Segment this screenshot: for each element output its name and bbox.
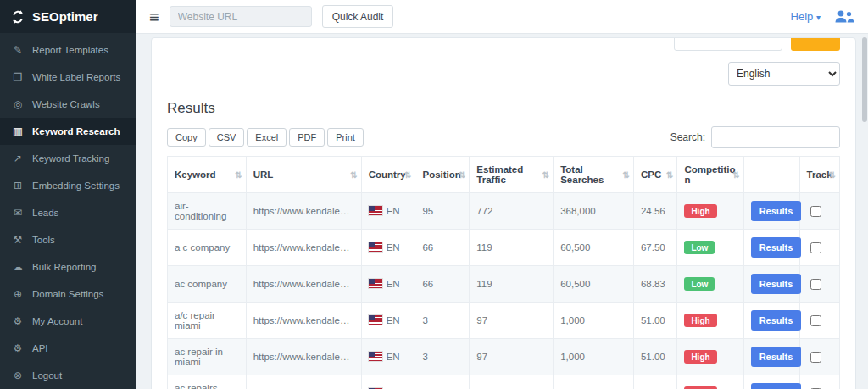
sort-icon[interactable]: ⇅	[235, 170, 242, 180]
total-searches-cell: 1,000	[554, 339, 634, 375]
export-buttons: CopyCSVExcelPDFPrint	[167, 128, 366, 147]
country-cell: EN	[361, 266, 415, 303]
sidebar-item-white-label-reports[interactable]: ❐White Label Reports	[0, 64, 136, 91]
users-icon[interactable]	[834, 10, 854, 23]
seoptimer-logo[interactable]: SEOptimer	[0, 0, 136, 33]
my-account-icon: ⚙	[12, 315, 24, 327]
us-flag-icon	[369, 242, 382, 252]
sort-icon[interactable]: ⇅	[350, 170, 357, 180]
track-checkbox[interactable]	[810, 206, 821, 217]
us-flag-icon	[369, 279, 382, 288]
sort-icon[interactable]: ⇅	[732, 170, 739, 180]
track-checkbox[interactable]	[810, 315, 821, 326]
excel-export-button[interactable]: Excel	[247, 128, 287, 147]
language-select[interactable]: English	[728, 62, 840, 86]
search-input[interactable]	[711, 126, 840, 148]
sidebar-item-label: White Label Reports	[32, 72, 120, 82]
keyword-research-icon: ▥	[12, 125, 24, 137]
keyword-cell: a/c repair miami	[168, 303, 247, 339]
column-header-total-searches[interactable]: Total Searches⇅	[554, 157, 634, 193]
track-checkbox[interactable]	[810, 279, 821, 290]
sidebar-item-leads[interactable]: ✉Leads	[0, 199, 136, 226]
top-clipped-orange-button[interactable]	[791, 38, 840, 51]
competition-badge: High	[684, 204, 716, 218]
estimated-traffic-cell: 97	[470, 375, 554, 389]
main-area: ≡ Quick Audit Help ▾	[136, 0, 868, 389]
column-header-country[interactable]: Country⇅	[361, 157, 415, 193]
sort-icon[interactable]: ⇅	[459, 170, 465, 180]
report-templates-icon: ✎	[12, 44, 24, 56]
track-checkbox[interactable]	[810, 352, 821, 363]
sidebar: SEOptimer ✎Report Templates❐White Label …	[0, 0, 136, 389]
sidebar-item-embedding-settings[interactable]: ⊞Embedding Settings	[0, 172, 136, 199]
competition-badge: Low	[684, 241, 715, 254]
track-cell	[799, 375, 839, 389]
total-searches-cell: 1,000	[554, 375, 634, 389]
table-row: air-conditioninghttps://www.kendaleair.c…	[168, 193, 840, 230]
help-link[interactable]: Help ▾	[791, 10, 821, 23]
results-button[interactable]: Results	[751, 383, 802, 389]
sort-icon[interactable]: ⇅	[829, 170, 836, 180]
column-header-keyword[interactable]: Keyword⇅	[168, 157, 247, 193]
sidebar-item-label: API	[32, 343, 48, 353]
sidebar-item-logout[interactable]: ⊗Logout	[0, 362, 136, 389]
sidebar-item-my-account[interactable]: ⚙My Account	[0, 308, 136, 335]
pdf-export-button[interactable]: PDF	[289, 128, 325, 147]
column-header-position[interactable]: Position⇅	[415, 157, 470, 193]
competition-cell: High	[677, 193, 743, 230]
sort-icon[interactable]: ⇅	[542, 170, 549, 180]
print-export-button[interactable]: Print	[327, 128, 364, 147]
results-button[interactable]: Results	[751, 274, 802, 294]
app-window: SEOptimer ✎Report Templates❐White Label …	[0, 0, 868, 389]
sidebar-item-report-templates[interactable]: ✎Report Templates	[0, 36, 136, 64]
leads-icon: ✉	[12, 207, 24, 219]
sort-icon[interactable]: ⇅	[404, 170, 411, 180]
competition-cell: Low	[677, 230, 743, 266]
position-cell: 3	[415, 375, 470, 389]
sidebar-item-label: Website Crawls	[32, 99, 100, 109]
top-clipped-input[interactable]	[674, 38, 782, 51]
hamburger-menu-icon[interactable]: ≡	[149, 8, 159, 25]
csv-export-button[interactable]: CSV	[209, 128, 245, 147]
cpc-cell: 24.56	[633, 193, 676, 230]
results-action-cell: Results	[743, 193, 799, 230]
keyword-tracking-icon: ↗	[12, 153, 24, 164]
sidebar-item-label: Domain Settings	[32, 289, 103, 299]
results-button[interactable]: Results	[751, 310, 802, 331]
column-header-estimated-traffic[interactable]: Estimated Traffic⇅	[470, 157, 554, 193]
sidebar-item-website-crawls[interactable]: ◎Website Crawls	[0, 91, 136, 118]
cpc-cell: 51.00	[633, 303, 676, 339]
country-cell: EN	[361, 303, 415, 339]
sidebar-item-domain-settings[interactable]: ⊕Domain Settings	[0, 281, 136, 308]
track-checkbox[interactable]	[810, 242, 821, 253]
sidebar-item-keyword-tracking[interactable]: ↗Keyword Tracking	[0, 145, 136, 172]
us-flag-icon	[369, 315, 382, 325]
track-cell	[799, 193, 839, 230]
column-header-track[interactable]: Track⇅	[799, 157, 839, 193]
website-url-input[interactable]	[170, 6, 312, 27]
column-header-label: URL	[253, 169, 274, 180]
quick-audit-button[interactable]: Quick Audit	[322, 5, 394, 28]
search-wrap: Search:	[670, 126, 840, 148]
column-header-label: Total Searches	[560, 164, 604, 185]
copy-export-button[interactable]: Copy	[167, 128, 206, 147]
url-cell: https://www.kendaleair.com/	[246, 193, 361, 230]
sidebar-item-bulk-reporting[interactable]: ☁Bulk Reporting	[0, 253, 136, 281]
column-header-label: CPC	[641, 169, 661, 180]
sort-icon[interactable]: ⇅	[623, 170, 630, 180]
seoptimer-logo-icon	[10, 9, 25, 25]
sidebar-item-keyword-research[interactable]: ▥Keyword Research	[0, 118, 136, 145]
column-header-label: Position	[422, 169, 460, 180]
sort-icon[interactable]: ⇅	[666, 170, 673, 180]
scrollbar[interactable]	[862, 37, 867, 122]
column-header-url[interactable]: URL⇅	[246, 157, 361, 193]
results-button[interactable]: Results	[751, 347, 802, 367]
sidebar-item-api[interactable]: ⚙API	[0, 335, 136, 362]
results-button[interactable]: Results	[751, 237, 802, 258]
column-header-competition[interactable]: Competition⇅	[677, 157, 743, 193]
column-header-cpc[interactable]: CPC⇅	[633, 157, 676, 193]
total-searches-cell: 368,000	[554, 193, 634, 230]
url-cell: https://www.kendaleair.com/	[246, 303, 361, 339]
results-button[interactable]: Results	[751, 201, 802, 221]
sidebar-item-tools[interactable]: ⚒Tools	[0, 226, 136, 253]
